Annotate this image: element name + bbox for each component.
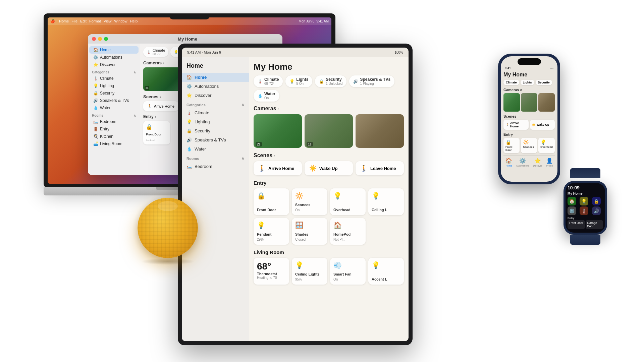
mac-room-entry[interactable]: 🚪 Entry	[89, 125, 139, 133]
ipad-thermostat[interactable]: 68° Thermostat Heating to 70	[254, 258, 289, 285]
mac-cat-security[interactable]: 🔒 Security	[89, 89, 139, 97]
ipad-chip-lights[interactable]: 💡 Lights 5 On	[285, 75, 312, 87]
iphone-overhead[interactable]: 💡 Overhead	[538, 138, 555, 153]
ipad-ceiling[interactable]: 💡 Ceiling L	[368, 188, 404, 215]
mac-cat-lighting[interactable]: 💡 Lighting	[89, 82, 139, 89]
entry-chevron: ›	[155, 115, 156, 119]
ipad-entry-title: Entry	[254, 180, 404, 186]
ipad-overhead[interactable]: 💡 Overhead	[330, 188, 366, 215]
iphone-scene-arrive[interactable]: 🚶 Arrive Home	[503, 120, 529, 130]
mac-nav-automations[interactable]: ⚙️ Automations	[89, 54, 139, 61]
iphone-nav-discover-icon: ⭐	[534, 158, 541, 164]
ipad-statusbar: 9:41 AM · Mon Jun 6 100%	[182, 48, 409, 57]
macbook-notch	[169, 13, 210, 19]
ipad-cat-speakers[interactable]: 🔊 Speakers & TVs	[182, 135, 249, 144]
ipad-chip-speakers[interactable]: 🔊 Speakers & TVs 1 Playing	[349, 75, 394, 87]
iphone-nav-discover-label: Discover	[533, 165, 542, 167]
homepod-mini	[138, 198, 198, 265]
watch-app-3[interactable]: 🔒	[592, 197, 601, 205]
ipad-front-door[interactable]: 🔒 Front Door	[254, 188, 289, 215]
ipad-cat-water[interactable]: 💧 Water	[182, 144, 249, 154]
menu-view[interactable]: View	[104, 19, 112, 23]
menu-edit[interactable]: Edit	[80, 19, 87, 23]
ipad-cat-security[interactable]: 🔒 Security	[182, 126, 249, 135]
ipad-chip-lights-name: Lights	[296, 77, 308, 82]
ipad-speakers-icon: 🔊	[186, 137, 192, 142]
ipad-cat-climate[interactable]: 🌡️ Climate	[182, 108, 249, 117]
iphone-chip-security[interactable]: Security	[536, 80, 552, 85]
menubar-time: 9:41 AM	[316, 19, 329, 23]
ipad-scene-wakeup[interactable]: ☀️ Wake Up	[305, 161, 353, 175]
mac-rooms-header: Rooms ∧	[88, 112, 140, 118]
iphone-scene-wakeup[interactable]: ☀️ Wake Up	[530, 120, 555, 130]
watch-app-1[interactable]: 🏠	[568, 197, 576, 205]
ipad-accent-light[interactable]: 💡 Accent L	[368, 258, 404, 285]
ipad-sconces[interactable]: 🔆 Sconces On	[292, 188, 327, 215]
mac-nav-home[interactable]: 🏠 Home	[89, 46, 139, 54]
ipad-scene-arrive[interactable]: 🚶 Arrive Home	[254, 161, 302, 175]
watch-front-door[interactable]: Front Door	[568, 220, 585, 229]
ipad-shades-icon: 🪟	[295, 221, 324, 229]
ipad-camera-1[interactable]: 2s	[254, 114, 302, 148]
ipad-shades[interactable]: 🪟 Shades Closed	[292, 218, 327, 245]
iphone-nav-home[interactable]: 🏠 Home	[505, 158, 512, 167]
mac-room-living[interactable]: 🛋️ Living Room	[89, 140, 139, 147]
ipad-nav-discover[interactable]: ⭐ Discover	[182, 91, 249, 100]
iphone-cam-1[interactable]	[503, 93, 520, 112]
ipad-camera-2[interactable]: 1s	[305, 114, 353, 148]
menu-file[interactable]: File	[71, 19, 77, 23]
watch-garage-door[interactable]: Garage Door	[586, 220, 603, 229]
maximize-button[interactable]	[104, 37, 108, 41]
thermostat-status: Heating to 70	[257, 276, 286, 280]
mac-cat-climate[interactable]: 🌡️ Climate	[89, 75, 139, 82]
mac-nav-discover[interactable]: ⭐ Discover	[89, 61, 139, 68]
iphone-cam-3[interactable]	[538, 93, 555, 112]
ipad-chip-climate[interactable]: 🌡️ Climate 68-72°	[254, 75, 283, 87]
iphone-front-door[interactable]: 🔒 Front Door	[503, 138, 520, 153]
close-button[interactable]	[92, 37, 96, 41]
iphone-nav-profile[interactable]: 👤 Profile	[546, 158, 553, 167]
ipad-nav-automations[interactable]: ⚙️ Automations	[182, 82, 249, 91]
menu-window[interactable]: Window	[114, 19, 127, 23]
thermostat-temp: 68°	[257, 261, 286, 272]
menu-help[interactable]: Help	[130, 19, 138, 23]
automations-icon: ⚙️	[93, 55, 98, 60]
mac-cat-speakers[interactable]: 🔊 Speakers & TVs	[89, 97, 139, 104]
mac-room-kitchen[interactable]: 🍳 Kitchen	[89, 133, 139, 140]
ipad-pendant[interactable]: 💡 Pendant 29%	[254, 218, 289, 245]
mac-chip-climate[interactable]: 🌡️ Climate 68-72°	[143, 47, 168, 57]
iphone-cam-2[interactable]	[521, 93, 537, 112]
watch-app-2[interactable]: 💡	[580, 197, 588, 205]
iphone-sconces[interactable]: 🔆 Sconces	[521, 138, 537, 153]
ipad-chip-water[interactable]: 💧 Water On	[254, 90, 279, 102]
climate-chip-icon: 🌡️	[147, 50, 151, 54]
iphone-chip-lights[interactable]: Lights	[521, 80, 534, 85]
mac-front-door-card[interactable]: 🔒 Front Door Locked	[143, 121, 170, 144]
iphone-title: My Home	[503, 72, 555, 78]
mac-camera-1[interactable]: 2s	[143, 67, 183, 91]
iphone-cameras	[503, 93, 555, 112]
menu-format[interactable]: Format	[89, 19, 101, 23]
mac-cat-water[interactable]: 💧 Water	[89, 104, 139, 112]
iphone-nav-profile-icon: 👤	[546, 158, 553, 164]
ipad-chip-security[interactable]: 🔒 Security 1 Unlocked	[315, 75, 346, 87]
mac-room-bedroom[interactable]: 🛏️ Bedroom	[89, 118, 139, 125]
iphone-chip-climate[interactable]: Climate	[503, 80, 519, 85]
ipad-room-bedroom[interactable]: 🛏️ Bedroom	[182, 162, 249, 171]
ipad-camera-3[interactable]	[356, 114, 404, 148]
iphone-nav-automations[interactable]: ⚙️ Automations	[516, 158, 529, 167]
minimize-button[interactable]	[98, 37, 102, 41]
iphone-nav-discover[interactable]: ⭐ Discover	[533, 158, 542, 167]
ipad-scene-leave[interactable]: 🚶 Leave Home	[356, 161, 404, 175]
ipad-homepod[interactable]: 🏠 HomePod Not Pl...	[330, 218, 366, 245]
watch-app-6[interactable]: 🔊	[592, 206, 601, 215]
menu-home[interactable]: Home	[59, 19, 69, 23]
ipad-nav-home[interactable]: 🏠 Home	[182, 73, 249, 82]
watch-app-5[interactable]: 🌡️	[580, 206, 588, 215]
ipad-smart-fan[interactable]: 💨 Smart Fan On	[330, 258, 366, 285]
ipad-ceiling-lights[interactable]: 💡 Ceiling Lights 95%	[292, 258, 327, 285]
home-icon: 🏠	[93, 48, 98, 52]
watch-app-4[interactable]: ⚙️	[568, 206, 576, 215]
ipad-cat-lighting[interactable]: 💡 Lighting	[182, 117, 249, 126]
mac-scene-arrive[interactable]: 🚶 Arrive Home	[143, 101, 178, 111]
